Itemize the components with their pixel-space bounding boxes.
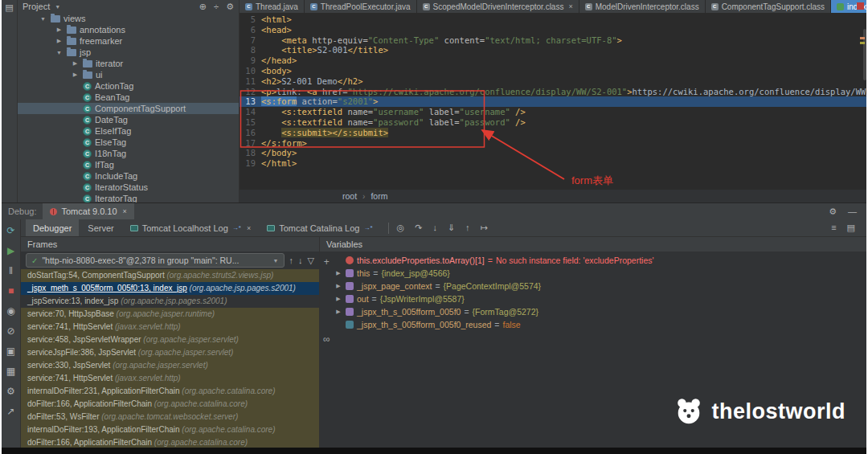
code-line[interactable]: 15 <s:textfield name="password" label="p… xyxy=(240,117,866,128)
stack-frame[interactable]: serviceJspFile:386, JspServlet (org.apac… xyxy=(21,346,319,359)
debug-tab-tomcat-catalina-log[interactable]: Tomcat Catalina Log→* xyxy=(260,219,379,236)
view-breakpoints-icon[interactable]: ◉ xyxy=(6,306,14,316)
editor-tab[interactable]: CModelDrivenInterceptor.class xyxy=(579,0,706,13)
tree-item[interactable]: CIncludeTag xyxy=(18,170,239,182)
pin-icon[interactable]: ↗ xyxy=(6,407,14,416)
code-line[interactable]: 7 <meta http-equiv="Content-Type" conten… xyxy=(240,35,866,46)
hide-panel-icon[interactable]: — xyxy=(848,207,857,216)
chevron-down-icon[interactable]: ▼ xyxy=(39,16,47,22)
tree-item[interactable]: ▼views xyxy=(18,13,239,24)
restore-layout-icon[interactable]: ▤ xyxy=(847,223,855,232)
code-line[interactable]: 5<html> xyxy=(240,14,866,25)
breadcrumb-item-form[interactable]: form xyxy=(371,191,387,201)
stack-frame[interactable]: internalDoFilter:231, ApplicationFilterC… xyxy=(21,385,319,398)
line-number[interactable]: 10 xyxy=(240,66,256,76)
variable-row[interactable]: ▶this = {index_jsp@4566} xyxy=(334,267,866,280)
expand-arrow-icon[interactable]: ▶ xyxy=(334,283,342,289)
variable-row[interactable]: this.excludeProperties.toArray()[1] = No… xyxy=(334,254,866,267)
close-icon[interactable]: × xyxy=(247,224,251,232)
stack-frame[interactable]: doStartTag:54, ComponentTagSupport (org.… xyxy=(21,269,319,282)
chevron-down-icon[interactable]: ▼ xyxy=(55,50,63,55)
stack-frame[interactable]: doFilter:166, ApplicationFilterChain (or… xyxy=(21,436,319,448)
stack-frame[interactable]: service:741, HttpServlet (javax.servlet.… xyxy=(21,372,319,385)
chevron-right-icon[interactable]: ▶ xyxy=(55,27,63,33)
stack-frame[interactable]: _jspService:13, index_jsp (org.apache.js… xyxy=(21,295,319,308)
line-number[interactable]: 19 xyxy=(240,158,256,169)
step-out-icon[interactable]: ↑ xyxy=(465,223,470,232)
tree-item[interactable]: CActionTag xyxy=(18,80,239,92)
show-execution-point-icon[interactable]: ◎ xyxy=(397,223,405,232)
stack-frame[interactable]: service:330, JspServlet (org.apache.jasp… xyxy=(21,359,319,372)
expand-arrow-icon[interactable]: ▶ xyxy=(334,270,342,276)
stack-frame[interactable]: service:70, HttpJspBase (org.apache.jasp… xyxy=(21,308,319,321)
project-panel-title[interactable]: Project xyxy=(23,2,50,11)
locate-file-icon[interactable]: ⊕ xyxy=(199,2,207,11)
tree-item[interactable]: CIteratorTag xyxy=(18,193,239,202)
layout-menu-icon[interactable]: ≡ xyxy=(831,223,836,232)
tree-item[interactable]: ▶annotations xyxy=(18,24,239,35)
step-over-icon[interactable]: ↷ xyxy=(415,223,422,232)
line-number[interactable]: 13 xyxy=(240,96,256,107)
tree-item[interactable]: ▶ui xyxy=(18,69,239,80)
stack-frame[interactable]: service:458, JspServletWrapper (org.apac… xyxy=(21,333,319,346)
line-number[interactable]: 5 xyxy=(240,14,256,25)
chevron-down-icon[interactable]: ▼ xyxy=(53,4,62,10)
settings-gear-icon[interactable]: ⚙ xyxy=(6,387,15,396)
tree-item[interactable]: CElseIfTag xyxy=(18,125,239,137)
filter-icon[interactable]: ▽ xyxy=(308,256,314,265)
code-line[interactable]: 12<p>link: <a href="https://cwiki.apache… xyxy=(240,87,866,97)
code-line[interactable]: 14 <s:textfield name="username" label="u… xyxy=(240,107,866,117)
debug-tab-server[interactable]: Server xyxy=(80,219,121,236)
line-number[interactable]: 7 xyxy=(240,35,256,46)
mute-breakpoints-icon[interactable]: ⊘ xyxy=(6,326,14,336)
line-number[interactable]: 8 xyxy=(240,45,256,55)
code-line[interactable]: 13<s:form action="s2001"> xyxy=(240,96,866,107)
variable-row[interactable]: ▶out = {JspWriterImpl@5587} xyxy=(334,292,866,305)
editor-tab[interactable]: CComponentTagSupport.class xyxy=(706,0,831,13)
stack-frame[interactable]: internalDoFilter:193, ApplicationFilterC… xyxy=(21,423,319,436)
close-icon[interactable]: × xyxy=(568,2,572,10)
expand-arrow-icon[interactable]: ▶ xyxy=(334,296,342,302)
tree-item[interactable]: CDateTag xyxy=(18,114,239,125)
code-line[interactable]: 11<h2>S2-001 Demo</h2> xyxy=(240,76,866,87)
chevron-right-icon[interactable]: ▶ xyxy=(71,60,80,67)
code-line[interactable]: 8 <title>S2-001</title> xyxy=(240,45,866,55)
code-line[interactable]: 17</s:form> xyxy=(240,138,866,149)
debug-session-tab[interactable]: Tomcat 9.0.10 × xyxy=(43,203,133,219)
editor-tab[interactable]: CScopedModelDrivenInterceptor.class× xyxy=(417,0,579,13)
project-tool-icon[interactable]: ▤ xyxy=(5,3,13,202)
resume-icon[interactable]: ▶ xyxy=(7,246,14,256)
tree-item[interactable]: CBeanTag xyxy=(18,92,239,103)
line-number[interactable]: 18 xyxy=(240,148,256,158)
code-line[interactable]: 19</html> xyxy=(240,158,866,169)
tree-item[interactable]: CElseTag xyxy=(18,137,239,148)
breadcrumb-item-root[interactable]: root xyxy=(342,191,357,201)
code-line[interactable]: 6<head> xyxy=(240,25,866,35)
tree-item[interactable]: ▶freemarker xyxy=(18,35,239,47)
code-area[interactable]: 5<html>6<head>7 <meta http-equiv="Conten… xyxy=(240,13,866,190)
code-line[interactable]: 10<body> xyxy=(240,66,866,76)
line-number[interactable]: 9 xyxy=(240,55,256,66)
camera-icon[interactable]: ▣ xyxy=(6,346,15,356)
editor-tab[interactable]: CThread.java xyxy=(240,0,305,13)
step-into-icon[interactable]: ↓ xyxy=(432,223,437,232)
stack-frame[interactable]: doFilter:166, ApplicationFilterChain (or… xyxy=(21,398,319,411)
code-line[interactable]: 9</head> xyxy=(240,55,866,66)
debug-tab-tomcat-localhost-log[interactable]: Tomcat Localhost Log→*× xyxy=(123,219,258,236)
pause-icon[interactable]: ‖ xyxy=(9,266,13,276)
stop-icon[interactable]: ■ xyxy=(8,286,14,296)
tree-item[interactable]: CComponentTagSupport xyxy=(18,103,239,114)
line-number[interactable]: 6 xyxy=(240,25,256,35)
rerun-icon[interactable]: ⟳ xyxy=(6,226,14,235)
line-number[interactable]: 15 xyxy=(240,117,256,128)
variable-row[interactable]: ▶_jspx_page_context = {PageContextImpl@5… xyxy=(334,280,866,292)
stack-frame[interactable]: service:741, HttpServlet (javax.servlet.… xyxy=(21,321,319,333)
line-number[interactable]: 11 xyxy=(240,76,256,87)
tree-item[interactable]: CI18nTag xyxy=(18,148,239,159)
tree-item[interactable]: ▶iterator xyxy=(18,58,239,69)
variable-row[interactable]: _jspx_th_s_005fform_005f0_reused = false xyxy=(334,318,866,331)
chevron-right-icon[interactable]: ▶ xyxy=(55,38,63,44)
chevron-right-icon[interactable]: ▶ xyxy=(71,72,80,78)
line-number[interactable]: 12 xyxy=(240,87,256,97)
stack-frame[interactable]: doFilter:53, WsFilter (org.apache.tomcat… xyxy=(21,411,319,423)
